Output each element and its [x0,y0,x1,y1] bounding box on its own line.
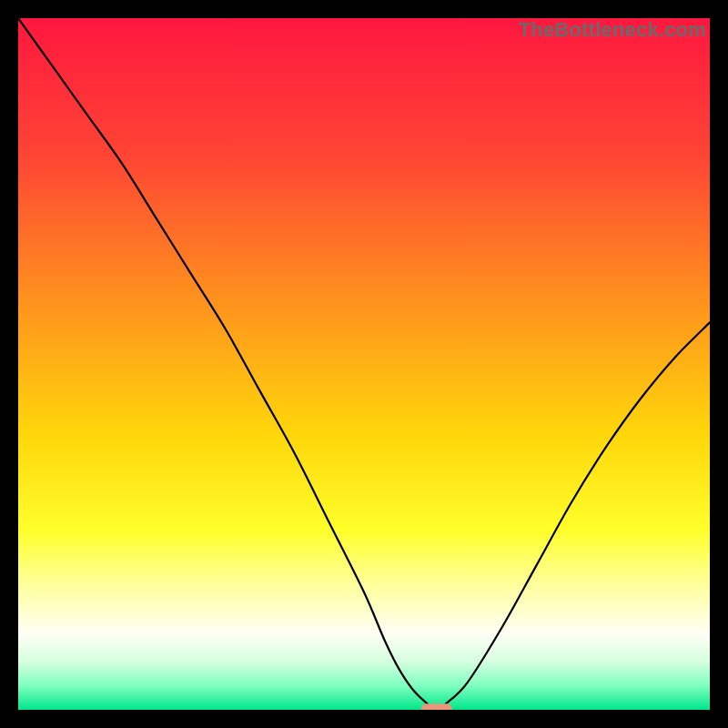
chart-frame: TheBottleneck.com [18,18,710,710]
watermark-text: TheBottleneck.com [519,18,706,42]
chart-svg [18,18,710,710]
gradient-background [18,18,710,710]
target-marker [421,703,452,710]
